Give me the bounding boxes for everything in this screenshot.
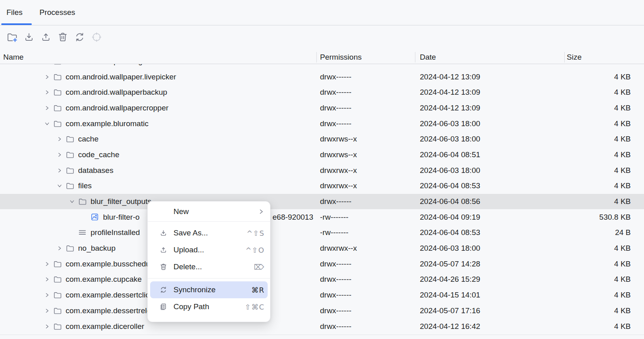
file-name: com.android.wallpaperbackup — [66, 88, 167, 97]
folder-icon — [66, 244, 74, 253]
table-row[interactable]: com.example.bluromatic drwx------ 2024-0… — [0, 116, 644, 131]
date: 2024-04-12 16:42 — [415, 322, 564, 331]
chevron-down-icon[interactable] — [54, 183, 66, 189]
copy-icon — [159, 302, 168, 311]
folder-icon — [53, 88, 62, 97]
table-row[interactable]: com.example.diceroller drwx------ 2024-0… — [0, 318, 644, 334]
menu-item-synchronize[interactable]: Synchronize ⌘R — [150, 281, 268, 298]
folder-icon — [78, 197, 87, 206]
file-name: files — [78, 181, 92, 190]
table-row[interactable]: code_cache drwxrws--x 2024-06-04 08:51 4… — [0, 147, 644, 163]
table-row[interactable]: com.example.dessertrelease drwx------ 20… — [0, 303, 644, 319]
size: 4 KB — [564, 322, 644, 331]
file-name: blur_filter_outputs — [91, 197, 151, 206]
menu-shortcut: ^⇧O — [246, 246, 264, 254]
menu-item-label: Delete... — [173, 262, 254, 271]
date: 2024-06-03 18:00 — [415, 119, 564, 128]
chevron-down-icon[interactable] — [41, 121, 53, 127]
size: 4 KB — [564, 73, 644, 81]
delete-button[interactable] — [56, 31, 69, 44]
tab-processes[interactable]: Processes — [39, 0, 75, 25]
chevron-right-icon[interactable] — [54, 152, 66, 158]
size: 4 KB — [564, 197, 644, 206]
column-resize-handle[interactable] — [316, 52, 317, 62]
menu-item-delete[interactable]: Delete... ⌦ — [148, 258, 270, 275]
size: 4 KB — [564, 104, 644, 112]
date: 2024-05-07 14:28 — [415, 260, 564, 268]
menu-item-label: Synchronize — [173, 285, 251, 294]
column-header-name[interactable]: Name — [3, 51, 24, 64]
chevron-right-icon[interactable] — [41, 261, 53, 267]
table-row[interactable]: com.android.vpndialogs — [0, 64, 644, 69]
menu-item-new[interactable]: New — [148, 205, 270, 218]
date: 2024-04-12 13:09 — [415, 88, 564, 97]
permissions: drwx------ — [316, 104, 415, 112]
size: 4 KB — [564, 166, 644, 175]
menu-item-label: Upload... — [173, 245, 246, 254]
menu-separator — [148, 221, 270, 222]
download-icon — [23, 31, 35, 43]
column-header-permissions[interactable]: Permissions — [320, 51, 361, 64]
image-file-icon — [91, 213, 99, 222]
upload-button[interactable] — [39, 31, 52, 44]
tab-bar: Files Processes — [0, 0, 644, 25]
column-resize-handle[interactable] — [415, 52, 415, 62]
chevron-right-icon[interactable] — [41, 324, 53, 329]
download-button[interactable] — [23, 31, 35, 44]
table-row[interactable]: files drwxrwx--x 2024-06-04 08:53 4 KB — [0, 178, 644, 194]
tab-files[interactable]: Files — [6, 0, 23, 25]
table-row[interactable]: cache drwxrws--x 2024-06-03 18:00 4 KB — [0, 131, 644, 147]
size: 4 KB — [564, 291, 644, 299]
table-row[interactable]: com.android.wallpaperbackup drwx------ 2… — [0, 85, 644, 100]
menu-item-upload[interactable]: Upload... ^⇧O — [148, 241, 270, 258]
permissions: -rw------- — [316, 213, 415, 222]
table-row[interactable]: profileInstalled -rw------- 2024-06-04 0… — [0, 225, 644, 241]
chevron-right-icon[interactable] — [41, 74, 53, 80]
column-header-date[interactable]: Date — [420, 51, 436, 64]
permissions: drwx------ — [316, 88, 415, 97]
chevron-right-icon[interactable] — [54, 245, 66, 251]
folder-icon — [53, 322, 62, 331]
chevron-right-icon[interactable] — [41, 89, 53, 95]
table-row[interactable]: com.example.cupcake drwx------ 2024-04-2… — [0, 272, 644, 287]
chevron-down-icon[interactable] — [66, 199, 78, 204]
table-row-selected[interactable]: blur_filter_outputs drwx------ 2024-06-0… — [0, 194, 644, 210]
chevron-right-icon[interactable] — [41, 292, 53, 298]
column-resize-handle[interactable] — [564, 52, 565, 62]
chevron-right-icon[interactable] — [54, 136, 66, 142]
table-row[interactable]: com.android.wallpaper.livepicker drwx---… — [0, 69, 644, 85]
file-tree: com.android.vpndialogs com.android.wallp… — [0, 64, 644, 339]
folder-icon — [66, 150, 74, 159]
folder-icon — [66, 181, 74, 190]
target-button — [90, 31, 103, 44]
table-row[interactable]: no_backup drwxrwx--x 2024-06-03 18:00 4 … — [0, 241, 644, 256]
permissions: drwx------ — [316, 306, 415, 315]
column-header-size[interactable]: Size — [567, 51, 582, 64]
permissions: drwx------ — [316, 275, 415, 284]
table-row[interactable]: com.android.wallpapercropper drwx------ … — [0, 100, 644, 116]
chevron-right-icon[interactable] — [41, 277, 53, 282]
menu-item-copy-path[interactable]: Copy Path ⇧⌘C — [148, 298, 270, 315]
synchronize-icon — [159, 285, 168, 294]
date: 2024-06-04 08:56 — [415, 197, 564, 206]
table-row[interactable]: com.example.dessertclicker drwx------ 20… — [0, 287, 644, 303]
synchronize-button[interactable] — [73, 31, 86, 44]
permissions: -rw------- — [316, 228, 415, 237]
delete-icon — [159, 262, 168, 271]
permissions: drwx------ — [316, 260, 415, 268]
folder-icon — [53, 64, 62, 66]
permissions: drwx------ — [316, 322, 415, 331]
menu-item-save-as[interactable]: Save As... ^⇧S — [148, 225, 270, 241]
chevron-right-icon[interactable] — [54, 168, 66, 173]
table-row[interactable]: com.example.busschedule drwx------ 2024-… — [0, 256, 644, 272]
table-row[interactable]: blur-filter-o e68-920013 -rw------- 2024… — [0, 209, 644, 225]
chevron-right-icon[interactable] — [41, 105, 53, 111]
table-row[interactable]: databases drwxrwx--x 2024-06-03 18:00 4 … — [0, 162, 644, 178]
size: 4 KB — [564, 181, 644, 190]
folder-icon — [53, 119, 62, 128]
chevron-right-icon[interactable] — [41, 308, 53, 314]
new-folder-icon — [6, 31, 18, 43]
date: 2024-06-03 18:00 — [415, 166, 564, 175]
download-icon — [159, 229, 168, 237]
new-folder-button[interactable] — [6, 31, 19, 44]
